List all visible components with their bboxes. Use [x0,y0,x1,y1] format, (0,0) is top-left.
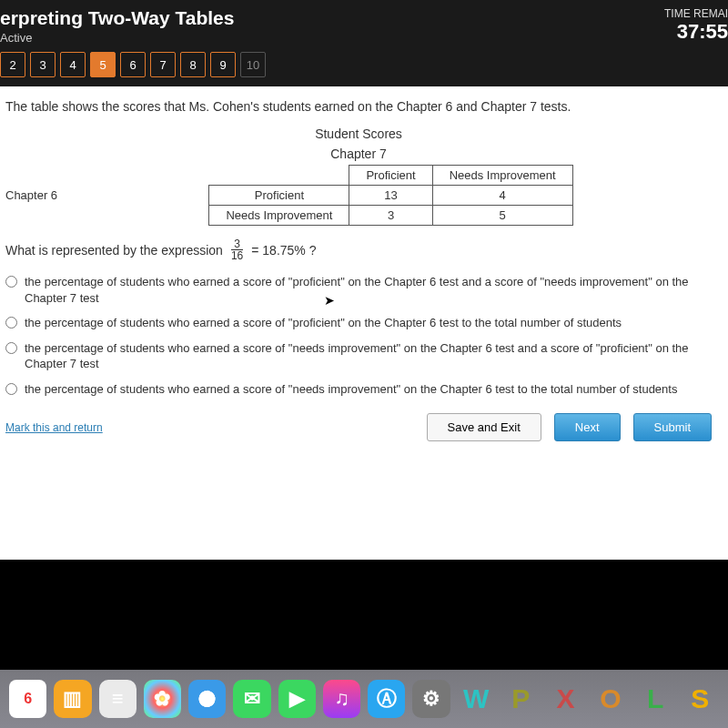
option-a[interactable]: the percentage of students who earned a … [5,274,712,306]
letter-s-icon[interactable]: S [682,680,719,718]
fraction-denominator: 16 [228,250,246,261]
option-d-radio[interactable] [5,383,17,395]
settings-icon[interactable]: ⚙ [412,680,450,718]
question-text: What is represented by the expression 3 … [5,238,712,261]
letter-x-icon[interactable]: X [547,680,584,718]
mark-return-link[interactable]: Mark this and return [5,421,103,434]
nav-q9[interactable]: 9 [210,52,236,77]
row-axis-label: Chapter 6 [5,188,65,202]
nav-q3[interactable]: 3 [30,52,56,77]
option-a-text: the percentage of students who earned a … [25,274,712,306]
option-b-text: the percentage of students who earned a … [25,315,622,331]
cell-0-0: 13 [349,186,432,206]
option-c[interactable]: the percentage of students who earned a … [5,340,712,372]
score-table: Proficient Needs Improvement Proficient … [208,165,572,226]
nav-q2[interactable]: 2 [0,52,25,77]
question-post: = 18.75% ? [251,243,316,258]
messages-icon[interactable]: ✉ [233,680,270,718]
question-nav: 2 3 4 5 6 7 8 9 10 [0,52,715,77]
cell-1-1: 5 [432,206,572,226]
two-way-table: Student Scores Chapter 7 Chapter 6 Profi… [5,126,712,226]
lesson-title: erpreting Two-Way Tables [0,7,715,29]
col-axis-label: Chapter 7 [5,147,712,161]
nav-q10: 10 [240,52,266,77]
nav-q5[interactable]: 5 [90,52,116,77]
table-title: Student Scores [5,126,712,141]
calendar-icon[interactable]: 6 [9,680,46,718]
option-a-radio[interactable] [5,276,17,288]
col-header-needs: Needs Improvement [432,166,572,186]
answer-options: the percentage of students who earned a … [5,274,712,397]
question-prompt: The table shows the scores that Ms. Cohe… [5,99,712,114]
nav-q4[interactable]: 4 [60,52,86,77]
nav-q7[interactable]: 7 [150,52,176,77]
option-d-text: the percentage of students who earned a … [25,381,677,398]
timer-value: 37:55 [664,20,728,44]
option-b-radio[interactable] [5,317,17,329]
quiz-header: erpreting Two-Way Tables Active TIME REM… [0,0,728,86]
question-panel: The table shows the scores that Ms. Cohe… [0,86,728,560]
cell-0-1: 4 [432,186,572,206]
facetime-icon[interactable]: ▶ [278,680,316,718]
save-exit-button[interactable]: Save and Exit [427,413,541,441]
macos-dock: 6 ▥ ≡ ✿ ✦ ✉ ▶ ♫ Ⓐ ⚙ W P X O L S [0,670,728,728]
option-b[interactable]: the percentage of students who earned a … [5,315,712,331]
safari-icon[interactable]: ✦ [188,680,226,718]
photos-icon[interactable]: ✿ [144,680,181,718]
question-footer: Mark this and return Save and Exit Next … [5,413,712,441]
timer-label: TIME REMAI [664,7,728,20]
fraction: 3 16 [228,238,246,261]
row-header-proficient: Proficient [209,186,349,206]
itunes-icon[interactable]: ♫ [323,680,360,718]
col-header-proficient: Proficient [349,166,432,186]
ibooks-icon[interactable]: ▥ [54,680,91,718]
submit-button[interactable]: Submit [633,413,712,441]
next-button[interactable]: Next [554,413,621,441]
letter-o-icon[interactable]: O [592,680,629,718]
notes-icon[interactable]: ≡ [99,680,136,718]
letter-l-icon[interactable]: L [637,680,674,718]
option-d[interactable]: the percentage of students who earned a … [5,381,712,398]
nav-q8[interactable]: 8 [180,52,206,77]
cell-1-0: 3 [349,206,432,226]
row-header-needs: Needs Improvement [209,206,349,226]
question-pre: What is represented by the expression [5,243,223,258]
letter-p-icon[interactable]: P [502,680,540,718]
nav-q6[interactable]: 6 [120,52,146,77]
option-c-text: the percentage of students who earned a … [25,340,712,372]
option-c-radio[interactable] [5,342,17,354]
letter-w-icon[interactable]: W [458,680,495,718]
timer: TIME REMAI 37:55 [664,7,728,44]
quiz-status: Active [0,31,715,45]
appstore-icon[interactable]: Ⓐ [368,680,405,718]
